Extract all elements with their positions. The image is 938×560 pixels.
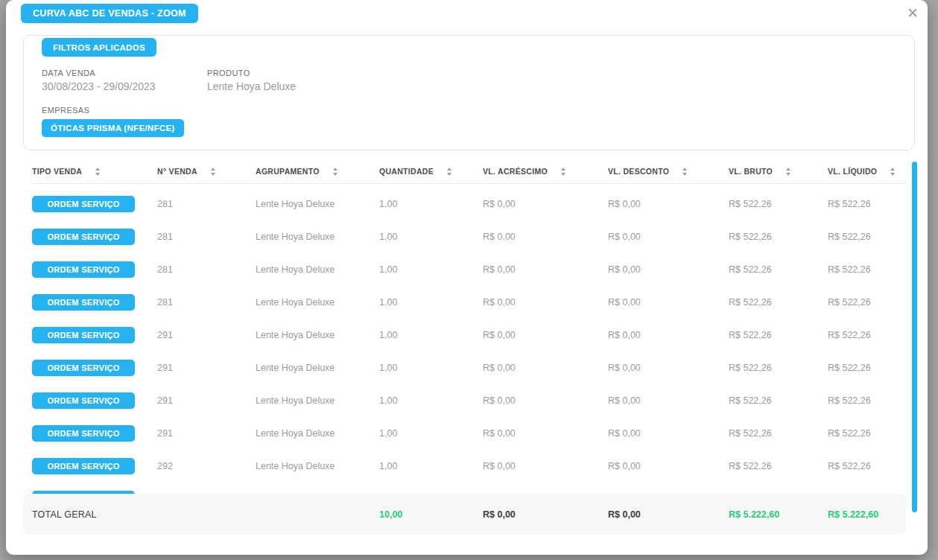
agrupamento-cell: Lente Hoya Deluxe — [256, 232, 379, 242]
column-header-n-venda[interactable]: N° VENDA — [157, 167, 256, 176]
vl-bruto-cell: R$ 522,26 — [729, 461, 828, 471]
vl-desconto-cell: R$ 0,00 — [608, 264, 729, 275]
quantidade-cell: 1,00 — [379, 199, 483, 209]
column-label: TIPO VENDA — [32, 167, 82, 176]
tipo-venda-badge[interactable]: ORDEM SERVIÇO — [32, 196, 135, 212]
tipo-venda-badge[interactable]: ORDEM SERVIÇO — [32, 327, 135, 343]
agrupamento-cell: Lente Hoya Deluxe — [256, 297, 379, 308]
quantidade-cell: 1,00 — [379, 428, 483, 439]
column-label: VL. DESCONTO — [608, 167, 669, 176]
tipo-venda-cell: ORDEM SERVIÇO — [32, 425, 157, 442]
tipo-venda-badge[interactable]: ORDEM SERVIÇO — [32, 360, 135, 376]
agrupamento-cell: Lente Hoya Deluxe — [256, 428, 379, 439]
tipo-venda-cell: ORDEM SERVIÇO — [32, 294, 157, 311]
column-header-vl-desconto[interactable]: VL. DESCONTO — [608, 167, 729, 176]
agrupamento-cell: Lente Hoya Deluxe — [256, 199, 379, 209]
tipo-venda-cell: ORDEM SERVIÇO — [32, 360, 157, 376]
total-vl-desconto: R$ 0,00 — [608, 509, 729, 520]
n-venda-cell: 281 — [157, 264, 256, 275]
total-vl-bruto: R$ 5.222,60 — [729, 509, 828, 520]
vl-acrescimo-cell: R$ 0,00 — [483, 330, 608, 340]
vl-liquido-cell: R$ 522,26 — [828, 199, 905, 209]
tipo-venda-badge[interactable]: ORDEM SERVIÇO — [32, 229, 135, 245]
table-row-partial: ORDEM SERVIÇO — [32, 483, 905, 494]
column-header-vl-acrescimo[interactable]: VL. ACRÉSCIMO — [483, 167, 608, 176]
vl-bruto-cell: R$ 522,26 — [729, 395, 828, 406]
tipo-venda-cell: ORDEM SERVIÇO — [32, 327, 157, 343]
column-header-vl-bruto[interactable]: VL. BRUTO — [729, 167, 828, 176]
sort-icon — [890, 168, 895, 176]
column-header-tipo-venda[interactable]: TIPO VENDA — [32, 167, 157, 176]
vl-bruto-cell: R$ 522,26 — [729, 297, 828, 308]
vl-liquido-cell: R$ 522,26 — [828, 428, 905, 439]
column-label: VL. ACRÉSCIMO — [483, 167, 548, 176]
tipo-venda-badge[interactable]: ORDEM SERVIÇO — [32, 392, 135, 409]
vl-liquido-cell: R$ 522,26 — [828, 330, 905, 340]
filter-label: DATA VENDA — [42, 69, 207, 77]
vertical-scrollbar-thumb[interactable] — [912, 162, 917, 512]
sort-icon — [561, 168, 565, 176]
agrupamento-cell: Lente Hoya Deluxe — [256, 264, 379, 275]
table-row: ORDEM SERVIÇO 291 Lente Hoya Deluxe 1,00… — [32, 384, 905, 417]
filter-value: Lente Hoya Deluxe — [207, 80, 296, 92]
vl-liquido-cell: R$ 522,26 — [828, 232, 905, 242]
vl-liquido-cell: R$ 522,26 — [828, 297, 905, 308]
filter-fields: DATA VENDA 30/08/2023 - 29/09/2023 PRODU… — [42, 69, 896, 92]
table-row: ORDEM SERVIÇO 281 Lente Hoya Deluxe 1,00… — [32, 188, 905, 220]
tipo-venda-cell: ORDEM SERVIÇO — [32, 392, 157, 409]
column-label: VL. LÍQUIDO — [828, 167, 877, 176]
vl-desconto-cell: R$ 0,00 — [608, 395, 729, 406]
tipo-venda-badge[interactable]: ORDEM SERVIÇO — [32, 425, 135, 442]
filter-label: PRODUTO — [207, 69, 296, 77]
n-venda-cell: 291 — [157, 363, 256, 373]
quantidade-cell: 1,00 — [379, 363, 483, 373]
table-row: ORDEM SERVIÇO 281 Lente Hoya Deluxe 1,00… — [32, 286, 905, 319]
n-venda-cell: 281 — [157, 232, 256, 242]
vl-desconto-cell: R$ 0,00 — [608, 330, 729, 340]
tipo-venda-badge[interactable]: ORDEM SERVIÇO — [32, 458, 135, 474]
agrupamento-cell: Lente Hoya Deluxe — [256, 395, 379, 406]
tipo-venda-cell: ORDEM SERVIÇO — [32, 196, 157, 212]
table-header: TIPO VENDA N° VENDA AGRUPAMENTO QUANTIDA… — [32, 159, 905, 184]
total-quantidade: 10,00 — [379, 509, 483, 520]
column-header-agrupamento[interactable]: AGRUPAMENTO — [256, 167, 379, 176]
n-venda-cell: 281 — [157, 297, 256, 308]
tipo-venda-badge[interactable]: ORDEM SERVIÇO — [32, 261, 135, 278]
vl-acrescimo-cell: R$ 0,00 — [483, 264, 608, 275]
agrupamento-cell: Lente Hoya Deluxe — [256, 461, 379, 471]
tipo-venda-cell: ORDEM SERVIÇO — [32, 229, 157, 245]
curva-abc-zoom-modal: CURVA ABC DE VENDAS - ZOOM ✕ FILTROS APL… — [6, 0, 928, 555]
close-icon[interactable]: ✕ — [904, 4, 922, 22]
agrupamento-cell: Lente Hoya Deluxe — [256, 363, 379, 373]
vl-bruto-cell: R$ 522,26 — [729, 232, 828, 242]
vl-acrescimo-cell: R$ 0,00 — [483, 363, 608, 373]
sort-icon — [211, 168, 215, 176]
quantidade-cell: 1,00 — [379, 297, 483, 308]
column-header-quantidade[interactable]: QUANTIDADE — [379, 167, 483, 176]
column-label: N° VENDA — [157, 167, 197, 176]
agrupamento-cell: Lente Hoya Deluxe — [256, 330, 379, 340]
quantidade-cell: 1,00 — [379, 330, 483, 340]
vl-liquido-cell: R$ 522,26 — [828, 461, 905, 471]
n-venda-cell: 291 — [157, 395, 256, 406]
total-row: TOTAL GERAL 10,00 R$ 0,00 R$ 0,00 R$ 5.2… — [23, 494, 906, 535]
vl-bruto-cell: R$ 522,26 — [729, 363, 828, 373]
n-venda-cell: 291 — [157, 428, 256, 439]
column-header-vl-liquido[interactable]: VL. LÍQUIDO — [828, 167, 905, 176]
table-row: ORDEM SERVIÇO 281 Lente Hoya Deluxe 1,00… — [32, 220, 905, 253]
vl-desconto-cell: R$ 0,00 — [608, 428, 729, 439]
vl-acrescimo-cell: R$ 0,00 — [483, 395, 608, 406]
vl-desconto-cell: R$ 0,00 — [608, 232, 729, 242]
vl-desconto-cell: R$ 0,00 — [608, 297, 729, 308]
sort-icon — [786, 168, 790, 176]
vl-bruto-cell: R$ 522,26 — [729, 199, 828, 209]
sort-icon — [95, 168, 100, 176]
table-row: ORDEM SERVIÇO 292 Lente Hoya Deluxe 1,00… — [32, 450, 905, 483]
vl-acrescimo-cell: R$ 0,00 — [483, 461, 608, 471]
tipo-venda-badge[interactable]: ORDEM SERVIÇO — [32, 294, 135, 311]
sort-icon — [682, 168, 687, 176]
vl-desconto-cell: R$ 0,00 — [608, 461, 729, 471]
filter-data-venda: DATA VENDA 30/08/2023 - 29/09/2023 — [42, 69, 207, 92]
n-venda-cell: 291 — [157, 330, 256, 340]
table-row: ORDEM SERVIÇO 291 Lente Hoya Deluxe 1,00… — [32, 351, 905, 384]
